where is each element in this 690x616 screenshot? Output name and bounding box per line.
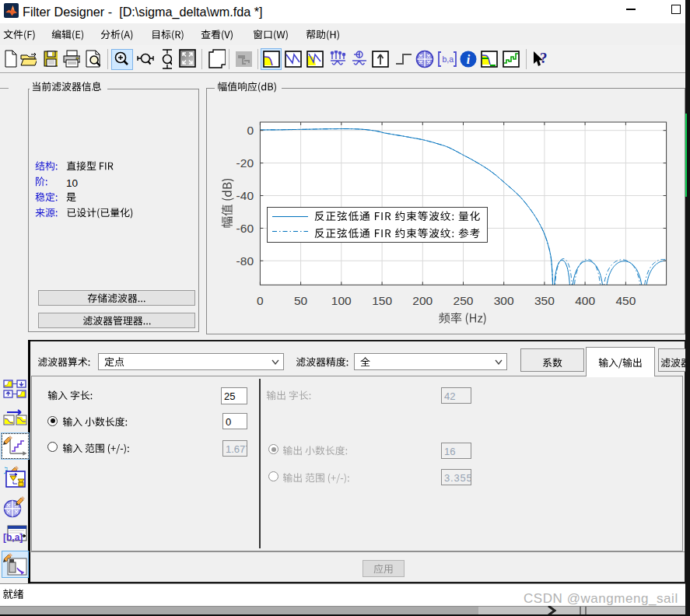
svg-text:[b,a]: [b,a] (3, 532, 23, 543)
